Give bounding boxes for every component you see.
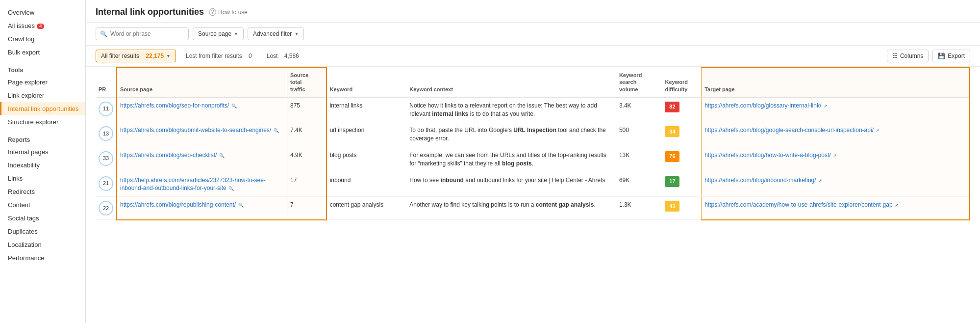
- sidebar-top-items: OverviewAll issues4Crawl logBulk export: [0, 6, 85, 59]
- advanced-filter-button[interactable]: Advanced filter ▼: [248, 27, 304, 40]
- sidebar-item-performance[interactable]: Performance: [0, 251, 85, 265]
- col-header-pr: PR: [96, 67, 117, 97]
- difficulty-badge: 34: [665, 126, 679, 137]
- external-link-icon: ↗: [875, 128, 880, 133]
- sidebar-item-structure-explorer[interactable]: Structure explorer: [0, 115, 85, 129]
- table-row: 21https://help.ahrefs.com/en/articles/23…: [96, 172, 970, 197]
- columns-button[interactable]: ☷ Columns: [887, 50, 929, 62]
- kw-volume-cell: 3.4K: [616, 97, 662, 122]
- keyword-cell: url inspection: [327, 122, 407, 147]
- sidebar-item-crawl-log[interactable]: Crawl log: [0, 32, 85, 46]
- sidebar-item-overview[interactable]: Overview: [0, 6, 85, 19]
- chevron-down-icon: ▼: [166, 54, 171, 58]
- export-icon: 💾: [938, 53, 945, 59]
- col-header-keyword-context: Keyword context: [406, 67, 616, 97]
- source-page-link[interactable]: https://ahrefs.com/blog/republishing-con…: [120, 201, 236, 208]
- external-link-icon: ↗: [894, 203, 899, 208]
- all-filter-results-button[interactable]: All filter results 22,175 ▼: [96, 50, 176, 62]
- sidebar-item-bulk-export[interactable]: Bulk export: [0, 46, 85, 59]
- table-row: 13https://ahrefs.com/blog/submit-website…: [96, 122, 970, 147]
- help-icon: ?: [209, 8, 216, 16]
- results-bar-actions: ☷ Columns 💾 Export: [887, 50, 970, 62]
- table-row: 22https://ahrefs.com/blog/republishing-c…: [96, 197, 970, 220]
- keyword-cell: internal links: [327, 97, 407, 122]
- external-link-icon: ↗: [817, 178, 823, 183]
- columns-icon: ☷: [892, 53, 898, 59]
- sidebar-item-redirects[interactable]: Redirects: [0, 185, 85, 198]
- traffic-cell: 7.4K: [287, 122, 326, 147]
- col-header-source-page: Source page: [117, 67, 287, 97]
- search-link-icon[interactable]: 🔍: [227, 186, 234, 191]
- keyword-cell: blog posts: [327, 147, 407, 172]
- pr-cell: 21: [96, 172, 117, 197]
- kw-volume-cell: 1.3K: [616, 197, 662, 220]
- source-page-link[interactable]: https://help.ahrefs.com/en/articles/2327…: [120, 177, 266, 192]
- sidebar-item-social-tags[interactable]: Social tags: [0, 212, 85, 225]
- chevron-down-icon: ▼: [294, 31, 299, 36]
- target-page-link[interactable]: https://ahrefs.com/blog/glossary-interna…: [704, 102, 821, 109]
- traffic-cell: 7: [287, 197, 326, 220]
- sidebar-item-content[interactable]: Content: [0, 198, 85, 212]
- target-page-cell: https://ahrefs.com/academy/how-to-use-ah…: [702, 197, 970, 220]
- sidebar-item-duplicates[interactable]: Duplicates: [0, 225, 85, 238]
- lost-button[interactable]: Lost 4,586: [262, 50, 304, 62]
- keyword-cell: content gap analysis: [327, 197, 407, 220]
- source-page-cell: https://ahrefs.com/blog/seo-for-nonprofi…: [117, 97, 287, 122]
- sidebar-item-indexability[interactable]: Indexability: [0, 159, 85, 172]
- col-header-kw-difficulty: Keyworddifficulty: [662, 67, 701, 97]
- pr-cell: 22: [96, 197, 117, 220]
- pr-cell: 13: [96, 122, 117, 147]
- source-page-cell: https://ahrefs.com/blog/seo-checklist/ 🔍: [117, 147, 287, 172]
- sidebar-item-links[interactable]: Links: [0, 172, 85, 185]
- traffic-cell: 17: [287, 172, 326, 197]
- col-header-kw-search-volume: Keywordsearchvolume: [616, 67, 662, 97]
- target-page-link[interactable]: https://ahrefs.com/blog/inbound-marketin…: [704, 177, 816, 184]
- search-input[interactable]: [110, 30, 184, 37]
- source-page-link[interactable]: https://ahrefs.com/blog/submit-website-t…: [120, 127, 271, 134]
- external-link-icon: ↗: [832, 153, 837, 158]
- search-link-icon[interactable]: 🔍: [230, 104, 237, 108]
- target-page-link[interactable]: https://ahrefs.com/blog/google-search-co…: [704, 127, 874, 134]
- source-page-cell: https://ahrefs.com/blog/submit-website-t…: [117, 122, 287, 147]
- sidebar-item-internal-link-opportunities[interactable]: Internal link opportunities: [0, 102, 85, 115]
- sidebar-item-all-issues[interactable]: All issues4: [0, 19, 85, 32]
- keyword-cell: inbound: [327, 172, 407, 197]
- export-button[interactable]: 💾 Export: [932, 50, 970, 62]
- col-header-target-page: Target page: [702, 67, 970, 97]
- source-page-link[interactable]: https://ahrefs.com/blog/seo-for-nonprofi…: [120, 102, 229, 109]
- sidebar-item-link-explorer[interactable]: Link explorer: [0, 89, 85, 102]
- col-header-source-traffic: Sourcetotaltraffic: [287, 67, 326, 97]
- source-page-link[interactable]: https://ahrefs.com/blog/seo-checklist/: [120, 152, 217, 159]
- keyword-context-cell: To do that, paste the URL into Google's …: [406, 122, 616, 147]
- search-link-icon[interactable]: 🔍: [272, 128, 279, 133]
- sidebar-item-localization[interactable]: Localization: [0, 238, 85, 251]
- search-link-icon[interactable]: 🔍: [218, 153, 225, 158]
- search-box[interactable]: 🔍: [96, 27, 189, 40]
- keyword-context-cell: Another way to find key talking points i…: [406, 197, 616, 220]
- how-to-use-link[interactable]: ? How to use: [209, 8, 248, 16]
- traffic-cell: 4.9K: [287, 147, 326, 172]
- pr-circle: 11: [99, 102, 113, 116]
- page-header: Internal link opportunities ? How to use: [86, 0, 980, 23]
- sidebar-item-internal-pages[interactable]: Internal pages: [0, 145, 85, 159]
- keyword-context-cell: How to see inbound and outbound links fo…: [406, 172, 616, 197]
- lost-filter-results-button[interactable]: Lost from filter results 0: [181, 50, 257, 62]
- target-page-link[interactable]: https://ahrefs.com/blog/how-to-write-a-b…: [704, 152, 830, 159]
- pr-circle: 21: [99, 176, 113, 191]
- pr-circle: 22: [99, 201, 113, 215]
- source-page-cell: https://ahrefs.com/blog/republishing-con…: [117, 197, 287, 220]
- source-page-filter[interactable]: Source page ▼: [193, 27, 244, 40]
- table-row: 11https://ahrefs.com/blog/seo-for-nonpro…: [96, 97, 970, 122]
- sidebar: OverviewAll issues4Crawl logBulk export …: [0, 0, 86, 323]
- sidebar-section-reports: Reports: [0, 132, 85, 145]
- main-content: Internal link opportunities ? How to use…: [86, 0, 980, 323]
- target-page-link[interactable]: https://ahrefs.com/academy/how-to-use-ah…: [704, 201, 893, 208]
- col-header-keyword: Keyword: [327, 67, 407, 97]
- sidebar-item-page-explorer[interactable]: Page explorer: [0, 76, 85, 89]
- table-row: 33https://ahrefs.com/blog/seo-checklist/…: [96, 147, 970, 172]
- search-link-icon[interactable]: 🔍: [237, 203, 244, 208]
- sidebar-badge: 4: [37, 24, 45, 29]
- chevron-down-icon: ▼: [234, 31, 238, 36]
- filters-bar: 🔍 Source page ▼ Advanced filter ▼: [86, 23, 980, 46]
- kw-difficulty-cell: 76: [662, 147, 701, 172]
